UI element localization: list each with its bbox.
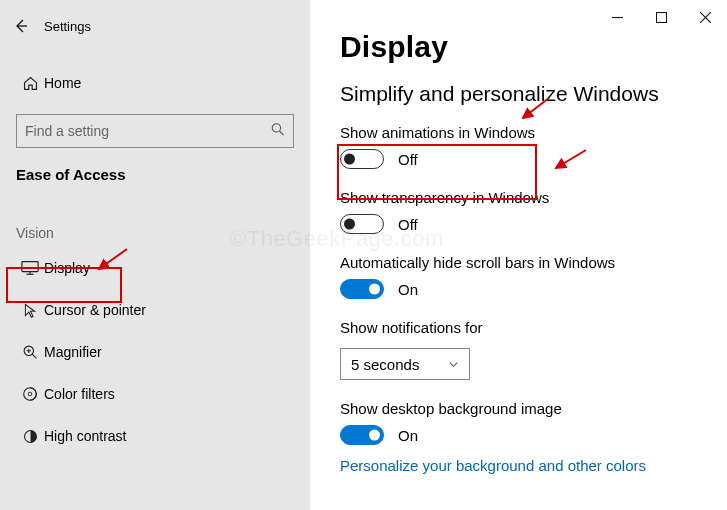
personalize-link[interactable]: Personalize your background and other co… — [340, 457, 727, 474]
minimize-button[interactable] — [595, 2, 639, 32]
sidebar-item-label: Magnifier — [44, 344, 102, 360]
contrast-icon — [16, 428, 44, 445]
svg-rect-3 — [22, 262, 38, 272]
toggle-state: Off — [398, 151, 418, 168]
sidebar-item-color-filters[interactable]: Color filters — [0, 373, 310, 415]
window-controls — [595, 0, 727, 34]
toggle-state: Off — [398, 216, 418, 233]
search-icon — [270, 122, 286, 141]
svg-line-2 — [280, 131, 284, 135]
setting-desktop-bg: Show desktop background image On — [340, 400, 727, 445]
setting-autohide-scrollbars: Automatically hide scroll bars in Window… — [340, 254, 727, 299]
category-label: Ease of Access — [0, 148, 310, 183]
sidebar-item-cursor-pointer[interactable]: Cursor & pointer — [0, 289, 310, 331]
app-title: Settings — [42, 19, 91, 34]
setting-label: Show desktop background image — [340, 400, 727, 417]
section-heading: Simplify and personalize Windows — [340, 82, 727, 106]
sidebar-item-label: High contrast — [44, 428, 126, 444]
sidebar-home[interactable]: Home — [0, 64, 310, 102]
sidebar-item-magnifier[interactable]: Magnifier — [0, 331, 310, 373]
maximize-button[interactable] — [639, 2, 683, 32]
setting-label: Show notifications for — [340, 319, 727, 336]
search-input[interactable] — [16, 114, 294, 148]
home-label: Home — [44, 75, 81, 91]
setting-transparency: Show transparency in Windows Off — [340, 189, 727, 234]
setting-animations: Show animations in Windows Off — [340, 124, 727, 169]
sidebar: Settings Home Ease of Access Vision Disp… — [0, 0, 310, 510]
sidebar-item-label: Color filters — [44, 386, 115, 402]
setting-label: Show transparency in Windows — [340, 189, 727, 206]
monitor-icon — [16, 260, 44, 276]
cursor-icon — [16, 302, 44, 319]
svg-line-7 — [32, 354, 36, 358]
close-button[interactable] — [683, 2, 727, 32]
page-title: Display — [340, 30, 727, 64]
toggle-animations[interactable] — [340, 149, 384, 169]
toggle-autohide-scrollbars[interactable] — [340, 279, 384, 299]
svg-rect-14 — [656, 12, 666, 22]
toggle-transparency[interactable] — [340, 214, 384, 234]
back-button[interactable] — [0, 6, 42, 46]
minimize-icon — [612, 12, 623, 23]
sidebar-item-label: Display — [44, 260, 90, 276]
sidebar-section-vision: Vision — [0, 183, 310, 247]
svg-point-1 — [272, 124, 280, 132]
toggle-state: On — [398, 281, 418, 298]
svg-point-11 — [28, 392, 32, 396]
setting-notifications: Show notifications for 5 seconds — [340, 319, 727, 380]
content-pane: Display Simplify and personalize Windows… — [310, 0, 727, 510]
sidebar-item-high-contrast[interactable]: High contrast — [0, 415, 310, 457]
sidebar-item-label: Cursor & pointer — [44, 302, 146, 318]
sidebar-item-display[interactable]: Display — [0, 247, 310, 289]
setting-label: Show animations in Windows — [340, 124, 727, 141]
toggle-desktop-bg[interactable] — [340, 425, 384, 445]
magnifier-icon — [16, 344, 44, 361]
setting-label: Automatically hide scroll bars in Window… — [340, 254, 727, 271]
notifications-dropdown[interactable]: 5 seconds — [340, 348, 470, 380]
close-icon — [700, 12, 711, 23]
home-icon — [16, 75, 44, 92]
chevron-down-icon — [448, 356, 459, 373]
maximize-icon — [656, 12, 667, 23]
toggle-state: On — [398, 427, 418, 444]
arrow-left-icon — [12, 17, 30, 35]
color-filters-icon — [16, 385, 44, 403]
dropdown-value: 5 seconds — [351, 356, 419, 373]
